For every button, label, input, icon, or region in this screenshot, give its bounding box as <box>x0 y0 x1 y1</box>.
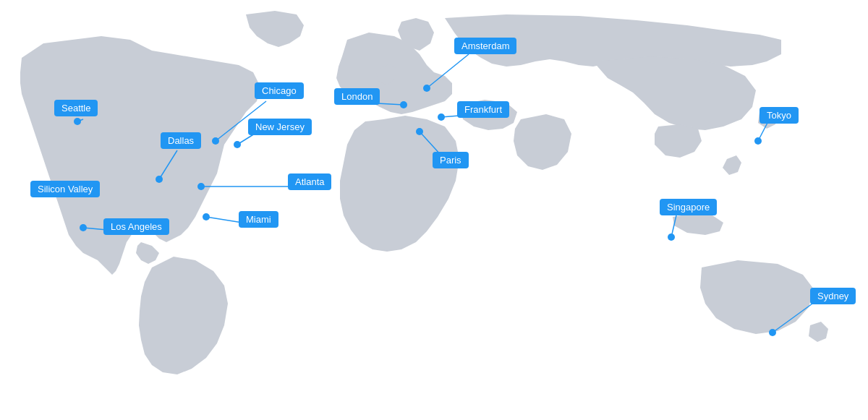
label-miami[interactable]: Miami <box>239 211 278 228</box>
world-map <box>0 0 868 420</box>
dot-los-angeles <box>80 224 87 231</box>
label-los-angeles[interactable]: Los Angeles <box>103 218 169 235</box>
label-amsterdam[interactable]: Amsterdam <box>454 38 516 54</box>
label-chicago[interactable]: Chicago <box>255 82 304 99</box>
dot-amsterdam <box>423 85 430 92</box>
label-dallas[interactable]: Dallas <box>161 132 201 149</box>
label-silicon-valley[interactable]: Silicon Valley <box>30 181 100 197</box>
map-container: Seattle Silicon Valley Los Angeles Dalla… <box>0 0 868 420</box>
dot-atlanta <box>197 183 205 190</box>
dot-dallas <box>156 176 163 183</box>
label-tokyo[interactable]: Tokyo <box>760 107 799 124</box>
dot-london <box>400 101 407 108</box>
dot-miami <box>203 213 210 220</box>
label-paris[interactable]: Paris <box>433 152 469 168</box>
label-singapore[interactable]: Singapore <box>660 199 717 215</box>
dot-new-jersey <box>234 141 241 148</box>
dot-chicago <box>212 137 219 145</box>
dot-seattle <box>74 118 81 125</box>
dot-frankfurt <box>438 113 445 121</box>
dot-sydney <box>769 329 776 336</box>
label-frankfurt[interactable]: Frankfurt <box>457 101 509 118</box>
dot-singapore <box>668 233 675 241</box>
label-atlanta[interactable]: Atlanta <box>288 173 331 190</box>
dot-tokyo <box>754 137 762 145</box>
label-new-jersey[interactable]: New Jersey <box>248 119 312 135</box>
label-sydney[interactable]: Sydney <box>810 288 856 304</box>
label-seattle[interactable]: Seattle <box>54 100 98 116</box>
dot-paris <box>416 128 423 135</box>
label-london[interactable]: London <box>334 88 380 105</box>
